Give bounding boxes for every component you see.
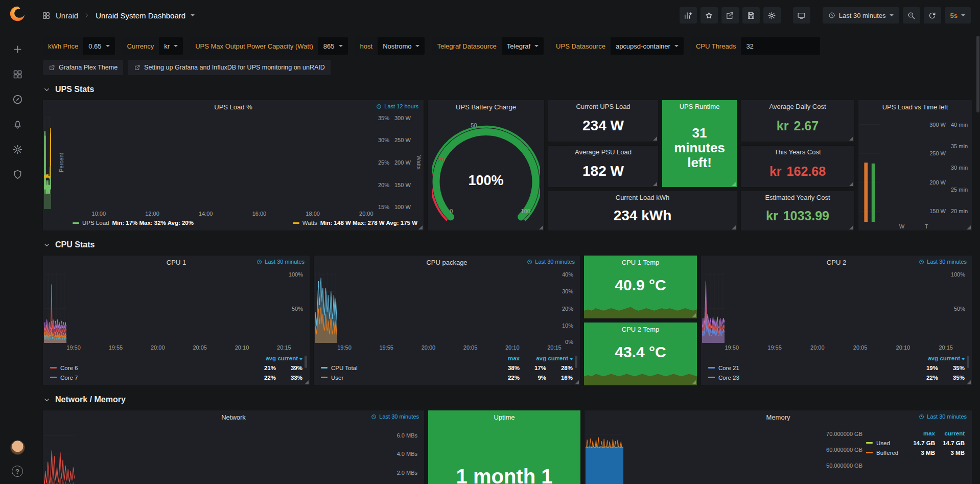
panel-header[interactable]: This Years Cost — [741, 146, 854, 158]
ups-bar-chart[interactable] — [859, 116, 880, 222]
page-scrollbar[interactable] — [976, 36, 979, 112]
legend-column-current[interactable]: current — [938, 355, 965, 361]
add-panel-button[interactable] — [680, 7, 697, 24]
panel-header[interactable]: UPS Load vs Time left — [858, 100, 972, 114]
link-ups-monitoring-guide[interactable]: Setting up Grafana and InfluxDB for UPS … — [128, 60, 331, 75]
panel-header[interactable]: CPU 2 Last 30 minutes — [701, 256, 972, 269]
refresh-interval-picker[interactable]: 5s — [945, 7, 971, 24]
variable-value-dropdown[interactable]: apcupsd-container — [611, 37, 684, 55]
link-grafana-plex-theme[interactable]: Grafana Plex Theme — [43, 60, 123, 75]
panel-header[interactable]: Network Last 30 minutes — [43, 410, 424, 424]
legend-column-current[interactable]: current — [935, 430, 965, 436]
alerting-bell-icon[interactable] — [12, 119, 23, 130]
explore-compass-icon[interactable] — [12, 94, 23, 105]
variable-value-dropdown[interactable]: Telegraf — [502, 37, 544, 55]
cpu1-chart[interactable] — [44, 271, 66, 343]
section-header-cpu-stats[interactable]: CPU Stats — [43, 238, 972, 251]
panel-header[interactable]: Current UPS Load — [548, 100, 658, 113]
panel-header[interactable]: Uptime — [428, 410, 580, 424]
variable-value-dropdown[interactable]: 865 — [318, 37, 348, 55]
legend-column-avg[interactable]: avg — [249, 355, 276, 361]
legend-column-max[interactable]: max — [493, 355, 520, 361]
time-override-badge[interactable]: Last 30 minutes — [523, 257, 578, 266]
section-header-ups-stats[interactable]: UPS Stats — [43, 83, 972, 96]
panel-header[interactable]: CPU 1 Last 30 minutes — [43, 256, 310, 269]
user-avatar[interactable] — [11, 441, 25, 454]
panel-title: UPS Load vs Time left — [882, 103, 948, 111]
series-toggle[interactable]: Core 6 — [50, 365, 249, 371]
legend-column-current[interactable]: current — [546, 355, 573, 361]
configuration-gear-icon[interactable] — [12, 144, 23, 155]
dashboard-settings-button[interactable] — [763, 7, 781, 24]
panel-header[interactable]: CPU package Last 30 minutes — [314, 256, 580, 269]
variable-text-input[interactable]: 32 — [741, 37, 820, 55]
panel-header[interactable]: Average Daily Cost — [741, 100, 854, 113]
axis-tick-label: 20:15 — [277, 344, 291, 351]
dashboard-title[interactable]: Unraid System Dashboard — [96, 11, 185, 20]
panel-header[interactable]: CPU 1 Temp — [584, 256, 697, 269]
panel-header[interactable]: UPS Load % Last 12 hours — [43, 100, 424, 114]
series-toggle[interactable]: Buffered — [866, 450, 905, 456]
time-override-badge[interactable]: Last 30 minutes — [367, 412, 423, 421]
variable-value-dropdown[interactable]: Nostromo — [378, 37, 425, 55]
variable-value-dropdown[interactable]: kr — [159, 37, 183, 55]
legend-column-avg[interactable]: avg — [912, 355, 938, 361]
chart-canvas — [44, 271, 66, 343]
graph-area: 40%30%20%10%0% 19:5019:5520:0020:0520:10… — [314, 269, 580, 352]
grafana-logo-icon[interactable] — [9, 5, 26, 22]
graph-area: 100%50% 19:5019:5520:0020:0520:1020:15 — [701, 269, 972, 352]
help-icon[interactable]: ? — [12, 466, 23, 477]
currency-prefix: kr — [777, 119, 789, 133]
cpu-package-chart[interactable] — [315, 271, 337, 343]
legend-item-watts[interactable]: Watts Min: 148 W Max: 278 W Avg: 175 W — [293, 220, 417, 226]
apps-grid-icon[interactable] — [42, 11, 51, 20]
panel-title: UPS Load % — [214, 103, 252, 111]
dashboard-caret-icon[interactable] — [191, 14, 195, 16]
legend-column-current[interactable]: current — [276, 355, 302, 361]
refresh-button[interactable] — [924, 7, 941, 24]
zoom-out-time-button[interactable] — [903, 7, 920, 24]
create-plus-icon[interactable] — [12, 44, 23, 55]
time-override-badge[interactable]: Last 30 minutes — [253, 257, 308, 266]
refresh-interval-label: 5s — [950, 12, 958, 19]
legend-header-row: max avg current — [321, 353, 573, 363]
time-override-badge[interactable]: Last 30 minutes — [915, 257, 970, 266]
panel-title: Average Daily Cost — [769, 103, 826, 110]
server-admin-shield-icon[interactable] — [12, 169, 23, 180]
dashboards-icon[interactable] — [12, 69, 23, 80]
series-toggle[interactable]: Used — [866, 440, 905, 446]
series-toggle[interactable]: Core 21 — [708, 365, 912, 371]
cycle-view-mode-button[interactable] — [793, 7, 810, 24]
series-toggle[interactable]: Core 7 — [50, 375, 249, 381]
series-toggle[interactable]: Core 23 — [708, 375, 912, 381]
gauge-threshold-label: 20 — [438, 157, 445, 163]
legend-column-max[interactable]: max — [905, 430, 935, 436]
breadcrumb-root[interactable]: Unraid — [56, 11, 78, 20]
panel-header[interactable]: Estimated Yearly Cost — [741, 191, 854, 204]
ups-stat-cluster: Current UPS Load 234 W UPS Runtime 31 mi… — [548, 100, 854, 231]
legend-item-ups-load[interactable]: UPS Load Min: 17% Max: 32% Avg: 20% — [73, 220, 194, 226]
save-dashboard-button[interactable] — [742, 7, 760, 24]
variable-value-dropdown[interactable]: 0.65 — [83, 37, 114, 55]
ups-load-chart[interactable] — [44, 116, 51, 209]
panel-current-load-kwh: Current Load kWh 234 kWh — [548, 191, 737, 231]
panel-header[interactable]: Memory Last 30 minutes — [585, 410, 972, 424]
panel-header[interactable]: CPU 2 Temp — [584, 322, 697, 336]
legend-column-avg[interactable]: avg — [520, 355, 546, 361]
cpu2-chart[interactable] — [702, 271, 725, 343]
section-header-network-memory[interactable]: Network / Memory — [43, 393, 972, 406]
series-toggle[interactable]: User — [321, 375, 493, 381]
time-override-badge[interactable]: Last 12 hours — [372, 102, 422, 111]
panel-header[interactable]: UPS Runtime — [662, 100, 737, 113]
series-name: Buffered — [876, 450, 898, 456]
star-dashboard-button[interactable] — [701, 7, 718, 24]
network-chart[interactable] — [44, 426, 75, 484]
share-dashboard-button[interactable] — [721, 7, 739, 24]
panel-header[interactable]: Current Load kWh — [548, 191, 737, 204]
time-override-badge[interactable]: Last 30 minutes — [915, 412, 970, 421]
series-toggle[interactable]: CPU Total — [321, 365, 493, 371]
panel-header[interactable]: Average PSU Load — [548, 146, 658, 158]
memory-chart[interactable] — [586, 426, 623, 484]
panel-header[interactable]: UPS Battery Charge — [428, 100, 544, 114]
time-range-picker[interactable]: Last 30 minutes — [823, 7, 899, 24]
